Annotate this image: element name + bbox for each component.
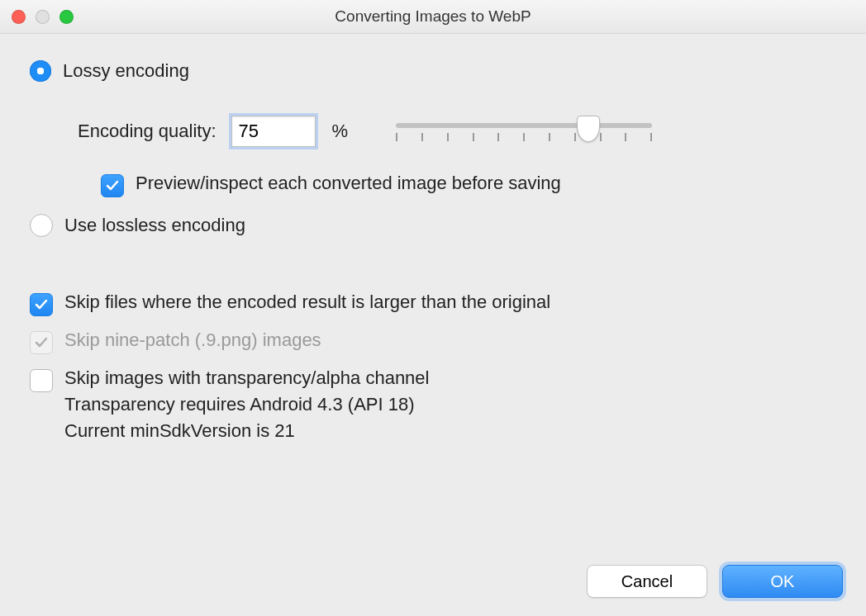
cancel-button[interactable]: Cancel <box>587 565 707 598</box>
zoom-icon[interactable] <box>59 10 74 24</box>
skip-alpha-text: Skip images with transparency/alpha chan… <box>64 367 429 442</box>
preview-checkbox[interactable] <box>101 174 124 197</box>
dialog-content: Lossy encoding Encoding quality: % Previ… <box>0 34 866 442</box>
check-icon <box>34 297 49 312</box>
dialog-footer: Cancel OK <box>587 565 843 598</box>
skip-larger-label: Skip files where the encoded result is l… <box>64 291 550 313</box>
lossless-label: Use lossless encoding <box>64 215 245 236</box>
close-icon[interactable] <box>12 10 26 24</box>
preview-label: Preview/inspect each converted image bef… <box>136 173 561 194</box>
lossless-option-row: Use lossless encoding <box>30 214 836 237</box>
lossy-option-row: Lossy encoding <box>30 60 836 82</box>
titlebar: Converting Images to WebP <box>0 0 866 34</box>
percent-symbol: % <box>332 121 349 142</box>
quality-slider[interactable] <box>396 115 652 148</box>
lossy-label: Lossy encoding <box>63 60 189 82</box>
window-title: Converting Images to WebP <box>335 7 531 25</box>
skip-ninepatch-checkbox <box>30 331 53 354</box>
check-icon <box>34 335 49 350</box>
ok-button[interactable]: OK <box>722 565 843 598</box>
minimize-icon[interactable] <box>36 10 50 24</box>
slider-track <box>396 123 652 128</box>
skip-alpha-row: Skip images with transparency/alpha chan… <box>30 367 836 442</box>
skip-alpha-note1: Transparency requires Android 4.3 (API 1… <box>64 394 429 415</box>
lossless-radio[interactable] <box>30 214 53 237</box>
skip-ninepatch-label: Skip nine-patch (.9.png) images <box>64 329 321 351</box>
skip-larger-row: Skip files where the encoded result is l… <box>30 291 836 316</box>
encoding-quality-label: Encoding quality: <box>78 121 216 142</box>
encoding-quality-input[interactable] <box>231 116 316 147</box>
lossy-radio[interactable] <box>30 60 51 82</box>
skip-alpha-checkbox[interactable] <box>30 369 53 392</box>
encoding-quality-row: Encoding quality: % <box>30 115 836 148</box>
check-icon <box>105 178 120 193</box>
slider-ticks <box>396 133 652 141</box>
skip-ninepatch-row: Skip nine-patch (.9.png) images <box>30 329 836 354</box>
skip-larger-checkbox[interactable] <box>30 293 53 316</box>
window-controls <box>12 10 74 24</box>
skip-alpha-label: Skip images with transparency/alpha chan… <box>64 367 429 389</box>
skip-alpha-note2: Current minSdkVersion is 21 <box>64 420 429 442</box>
preview-row: Preview/inspect each converted image bef… <box>30 173 836 197</box>
